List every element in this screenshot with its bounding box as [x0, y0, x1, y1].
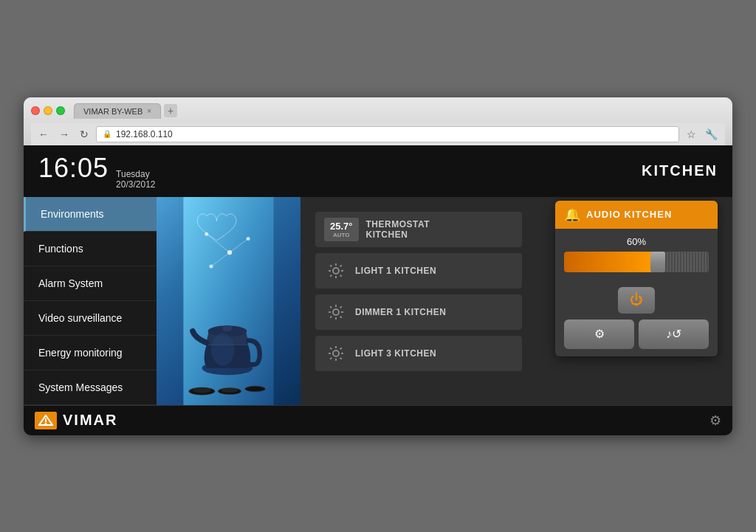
svg-line-25: [340, 265, 342, 266]
refresh-button[interactable]: ↻: [77, 127, 92, 142]
slider-fill: [564, 252, 651, 272]
app-container: 16:05 Tuesday 20/3/2012 KITCHEN Environm…: [24, 145, 732, 435]
svg-point-6: [247, 236, 250, 240]
svg-point-46: [45, 422, 47, 424]
traffic-light-close[interactable]: [31, 106, 40, 115]
date-label: 20/3/2012: [116, 179, 155, 190]
hero-image: [157, 197, 300, 405]
svg-line-33: [330, 316, 331, 317]
time-display: 16:05 Tuesday 20/3/2012: [38, 153, 155, 190]
slider-thumb[interactable]: [650, 252, 665, 272]
device-name: LIGHT 1 KITCHEN: [355, 266, 436, 276]
vimar-logo-svg: [38, 415, 53, 426]
sidebar-item-functions[interactable]: Functions: [24, 232, 157, 266]
traffic-light-minimize[interactable]: [44, 106, 52, 115]
address-text: 192.168.0.110: [116, 129, 173, 139]
toolbar-icons: ☆ 🔧: [684, 127, 721, 142]
star-button[interactable]: ☆: [684, 127, 699, 142]
sidebar-item-environments[interactable]: Environments: [24, 197, 157, 232]
svg-point-15: [221, 387, 238, 392]
browser-chrome: VIMAR BY-WEB × + ← → ↻ 🔒 192.168.0.110 ☆…: [24, 97, 732, 145]
sidebar-item-label: Environments: [41, 208, 104, 220]
audio-footer: ⚙ ♪↺: [555, 319, 718, 356]
sidebar-item-energy[interactable]: Energy monitoring: [24, 336, 157, 370]
sidebar-item-label: Functions: [38, 243, 83, 255]
svg-line-43: [340, 348, 342, 349]
volume-label: 60%: [564, 236, 709, 247]
browser-tab[interactable]: VIMAR BY-WEB ×: [74, 103, 161, 119]
browser-top: VIMAR BY-WEB × +: [31, 103, 725, 119]
svg-line-42: [330, 357, 331, 359]
svg-point-11: [211, 333, 234, 365]
svg-point-5: [227, 250, 232, 255]
vimar-brand-text: VIMAR: [63, 412, 117, 429]
time-value: 16:05: [38, 153, 109, 184]
wrench-button[interactable]: 🔧: [702, 127, 721, 142]
footer-settings-icon[interactable]: ⚙: [709, 412, 721, 429]
content-area: 25.7° AUTO THERMOSTATKITCHEN: [157, 197, 732, 405]
device-name: THERMOSTATKITCHEN: [366, 219, 430, 240]
address-bar[interactable]: 🔒 192.168.0.110: [96, 126, 679, 142]
address-bar-row: ← → ↻ 🔒 192.168.0.110 ☆ 🔧: [31, 123, 725, 145]
settings-button[interactable]: ⚙: [564, 319, 634, 349]
slider-texture: [665, 252, 709, 272]
back-button[interactable]: ←: [35, 127, 52, 142]
date-display: Tuesday 20/3/2012: [116, 169, 155, 190]
svg-point-17: [333, 268, 339, 274]
tab-close-button[interactable]: ×: [147, 107, 151, 115]
app-header: 16:05 Tuesday 20/3/2012 KITCHEN: [24, 145, 732, 197]
audio-header[interactable]: 🔔 AUDIO KITCHEN: [555, 201, 718, 229]
music-button[interactable]: ♪↺: [639, 319, 709, 349]
table-row[interactable]: LIGHT 3 KITCHEN: [315, 336, 522, 371]
sidebar-item-label: Video surveillance: [38, 312, 122, 324]
day-label: Tuesday: [116, 169, 155, 179]
room-title: KITCHEN: [642, 162, 718, 179]
light-icon: [324, 259, 348, 283]
power-icon: ⏻: [630, 292, 643, 308]
audio-body: 60%: [555, 229, 718, 287]
vimar-logo: VIMAR: [35, 412, 117, 429]
svg-line-31: [330, 306, 331, 308]
sidebar-item-video[interactable]: Video surveillance: [24, 301, 157, 336]
vimar-icon: [35, 412, 57, 429]
music-refresh-icon: ♪↺: [666, 327, 681, 341]
power-button[interactable]: ⏻: [618, 287, 655, 314]
svg-point-16: [245, 386, 266, 392]
svg-point-7: [209, 264, 213, 268]
svg-point-26: [333, 309, 339, 315]
table-row[interactable]: DIMMER 1 KITCHEN: [315, 294, 522, 330]
thermostat-temp: 25.7° AUTO: [324, 218, 359, 241]
table-row[interactable]: 25.7° AUTO THERMOSTATKITCHEN: [315, 212, 522, 247]
sidebar-item-messages[interactable]: System Messages: [24, 370, 157, 405]
tab-bar: VIMAR BY-WEB × +: [74, 103, 177, 119]
table-row[interactable]: LIGHT 1 KITCHEN: [315, 253, 522, 289]
sidebar-item-label: Alarm System: [38, 277, 103, 289]
app-main: Environments Functions Alarm System Vide…: [24, 197, 732, 405]
traffic-light-maximize[interactable]: [56, 106, 65, 115]
svg-point-13: [193, 387, 211, 393]
svg-line-23: [340, 274, 342, 276]
svg-line-22: [330, 265, 331, 266]
sidebar-item-label: Energy monitoring: [38, 347, 123, 359]
new-tab-button[interactable]: +: [164, 104, 177, 117]
sidebar-item-alarm[interactable]: Alarm System: [24, 266, 157, 301]
svg-point-4: [205, 232, 208, 235]
volume-slider[interactable]: [564, 252, 709, 272]
audio-panel: 🔔 AUDIO KITCHEN 60%: [555, 201, 718, 356]
audio-title: AUDIO KITCHEN: [586, 209, 672, 220]
svg-point-35: [333, 350, 339, 356]
traffic-lights: [31, 106, 65, 115]
svg-line-32: [340, 316, 342, 317]
app-footer: VIMAR ⚙: [24, 405, 732, 435]
svg-rect-10: [223, 325, 233, 331]
svg-line-41: [340, 357, 342, 359]
light3-icon: [324, 342, 348, 365]
forward-button[interactable]: →: [56, 127, 72, 142]
device-name: DIMMER 1 KITCHEN: [355, 307, 446, 317]
audio-icon: 🔔: [564, 207, 580, 223]
power-btn-row: ⏻: [555, 287, 718, 314]
tab-title: VIMAR BY-WEB: [83, 107, 142, 116]
device-area: 25.7° AUTO THERMOSTATKITCHEN: [300, 197, 732, 405]
device-name: LIGHT 3 KITCHEN: [355, 348, 436, 359]
sidebar-item-label: System Messages: [38, 381, 123, 393]
